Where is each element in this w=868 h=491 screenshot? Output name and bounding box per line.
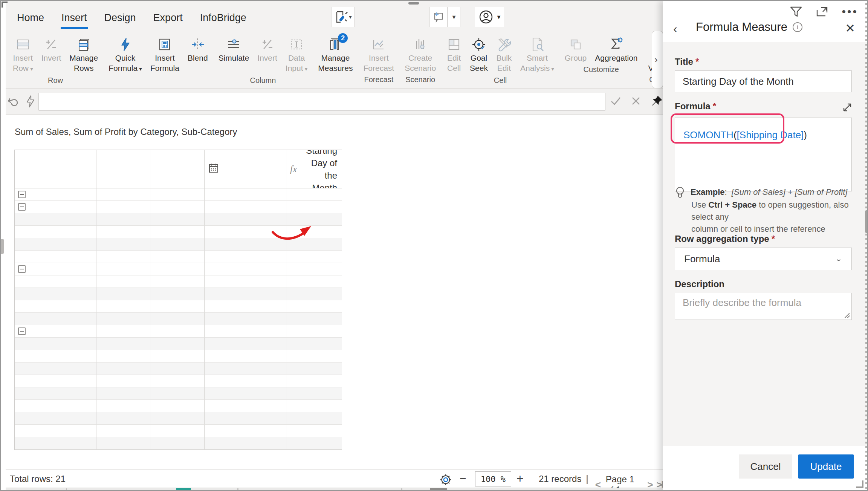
row-name-cell[interactable] xyxy=(15,425,96,437)
row-name-cell[interactable] xyxy=(15,387,96,400)
sales-cell[interactable] xyxy=(96,412,150,425)
sales-cell[interactable] xyxy=(96,263,150,275)
back-icon[interactable]: ‹ xyxy=(673,22,677,36)
profit-cell[interactable] xyxy=(150,288,205,300)
column-header-category[interactable] xyxy=(15,150,96,188)
starting-day-cell[interactable] xyxy=(286,338,342,350)
comment-options-button[interactable]: ▾ xyxy=(448,7,460,27)
row-name-cell[interactable] xyxy=(15,288,96,300)
ribbon-expand-button[interactable]: › xyxy=(652,31,663,88)
row-name-cell[interactable] xyxy=(15,238,96,251)
shipping-date-cell[interactable] xyxy=(205,350,286,363)
profit-cell[interactable] xyxy=(150,238,205,251)
expand-panel-icon[interactable] xyxy=(816,6,828,17)
row-name-cell[interactable] xyxy=(15,400,96,412)
manage-rows-button[interactable]: ManageRows xyxy=(65,35,102,75)
starting-day-cell[interactable] xyxy=(286,425,342,437)
shipping-date-cell[interactable] xyxy=(205,300,286,313)
sales-cell[interactable] xyxy=(96,363,150,375)
sales-cell[interactable] xyxy=(96,275,150,288)
sales-cell[interactable] xyxy=(96,350,150,363)
group-button[interactable]: Group xyxy=(561,35,591,64)
column-header-starting-day[interactable]: fxStartingDay of theMonth xyxy=(286,150,342,188)
sales-cell[interactable] xyxy=(96,238,150,251)
profit-cell[interactable] xyxy=(150,275,205,288)
shipping-date-cell[interactable] xyxy=(205,338,286,350)
sales-cell[interactable] xyxy=(96,226,150,238)
sales-cell[interactable] xyxy=(96,325,150,338)
shipping-date-cell[interactable] xyxy=(205,400,286,412)
starting-day-cell[interactable] xyxy=(286,263,342,275)
sales-cell[interactable] xyxy=(96,251,150,263)
horizontal-scrollbar[interactable] xyxy=(6,488,663,491)
sales-cell[interactable] xyxy=(96,201,150,213)
panel-scroll-thumb[interactable] xyxy=(865,210,868,233)
filter-icon[interactable] xyxy=(790,6,802,17)
collapse-icon[interactable] xyxy=(18,191,26,198)
sales-cell[interactable] xyxy=(96,188,150,201)
quick-formula-bar-icon[interactable] xyxy=(22,95,39,108)
shipping-date-cell[interactable] xyxy=(205,387,286,400)
collapse-icon[interactable] xyxy=(18,327,26,335)
row-name-cell[interactable] xyxy=(15,251,96,263)
more-options-icon[interactable]: ••• xyxy=(842,10,858,14)
profit-cell[interactable] xyxy=(150,201,205,213)
info-icon[interactable]: i xyxy=(793,22,802,32)
shipping-date-cell[interactable] xyxy=(205,437,286,450)
row-name-cell[interactable] xyxy=(15,338,96,350)
column-header-sales[interactable] xyxy=(96,150,150,188)
shipping-date-cell[interactable] xyxy=(205,201,286,213)
starting-day-cell[interactable] xyxy=(286,251,342,263)
shipping-date-cell[interactable] xyxy=(205,251,286,263)
row-name-cell[interactable] xyxy=(15,363,96,375)
cancel-edit-icon[interactable] xyxy=(630,95,642,109)
shipping-date-cell[interactable] xyxy=(205,275,286,288)
profit-cell[interactable] xyxy=(150,412,205,425)
edit-mode-button[interactable]: ▾ xyxy=(331,7,355,27)
formula-expand-icon[interactable] xyxy=(842,102,853,115)
aggregation-button[interactable]: Aggregation xyxy=(591,35,642,64)
shipping-date-cell[interactable] xyxy=(205,288,286,300)
manage-measures-button[interactable]: 2ManageMeasures xyxy=(314,35,357,75)
row-name-cell[interactable] xyxy=(15,226,96,238)
sales-cell[interactable] xyxy=(96,288,150,300)
shipping-date-cell[interactable] xyxy=(205,425,286,437)
zoom-out-button[interactable]: − xyxy=(460,472,466,485)
cancel-button[interactable]: Cancel xyxy=(739,454,792,479)
tab-design[interactable]: Design xyxy=(104,5,137,31)
starting-day-cell[interactable] xyxy=(286,275,342,288)
shipping-date-cell[interactable] xyxy=(205,188,286,201)
starting-day-cell[interactable] xyxy=(286,412,342,425)
sales-cell[interactable] xyxy=(96,213,150,226)
sales-cell[interactable] xyxy=(96,300,150,313)
starting-day-cell[interactable] xyxy=(286,313,342,325)
profit-cell[interactable] xyxy=(150,325,205,338)
insert-formula-button[interactable]: InsertFormula xyxy=(146,35,183,75)
edit-cell-button[interactable]: EditCell xyxy=(442,35,466,75)
sales-cell[interactable] xyxy=(96,437,150,450)
shipping-date-cell[interactable] xyxy=(205,313,286,325)
profit-cell[interactable] xyxy=(150,338,205,350)
data-input-button[interactable]: DataInput ▾ xyxy=(281,35,312,75)
starting-day-cell[interactable] xyxy=(286,288,342,300)
window-resize-grip[interactable] xyxy=(856,480,863,488)
column-header-profit[interactable] xyxy=(150,150,205,188)
profit-cell[interactable] xyxy=(150,425,205,437)
shipping-date-cell[interactable] xyxy=(205,263,286,275)
profit-cell[interactable] xyxy=(150,400,205,412)
quick-formula-button[interactable]: QuickFormula ▾ xyxy=(104,35,146,75)
insert-forecast-button[interactable]: InsertForecast xyxy=(359,35,398,75)
starting-day-cell[interactable] xyxy=(286,400,342,412)
create-scenario-button[interactable]: CreateScenario xyxy=(400,35,440,75)
starting-day-cell[interactable] xyxy=(286,325,342,338)
starting-day-cell[interactable] xyxy=(286,375,342,387)
starting-day-cell[interactable] xyxy=(286,300,342,313)
profit-cell[interactable] xyxy=(150,263,205,275)
profit-cell[interactable] xyxy=(150,350,205,363)
shipping-date-cell[interactable] xyxy=(205,363,286,375)
starting-day-cell[interactable] xyxy=(286,201,342,213)
tab-home[interactable]: Home xyxy=(16,5,45,31)
shipping-date-cell[interactable] xyxy=(205,412,286,425)
add-comment-button[interactable] xyxy=(429,7,448,27)
confirm-icon[interactable] xyxy=(609,94,622,109)
